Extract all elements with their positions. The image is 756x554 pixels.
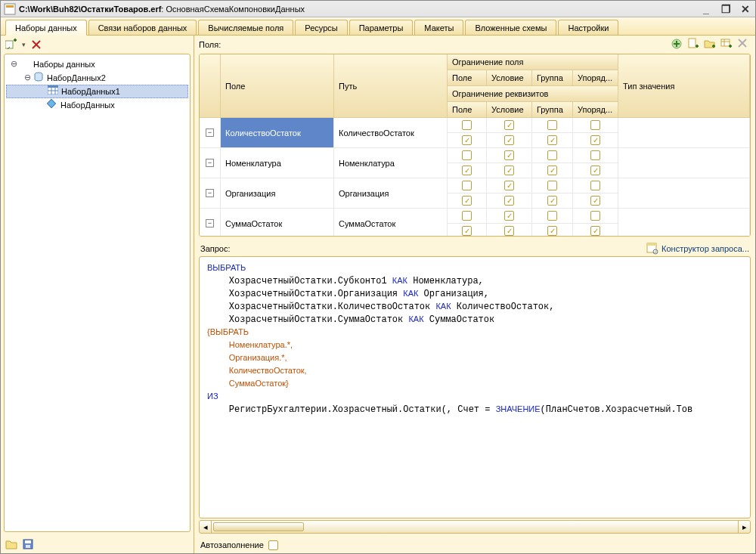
checkbox-cell[interactable] [487,148,532,163]
row-toggle[interactable]: − [200,178,221,209]
add-field-icon[interactable] [671,38,684,51]
checkbox-cell[interactable] [532,224,573,237]
checkbox-cell[interactable] [448,133,487,148]
checkbox-cell[interactable] [448,209,487,224]
query-label: Запрос: [200,244,231,253]
field-cell[interactable]: СуммаОстаток [221,209,334,237]
column-header[interactable] [200,54,221,118]
row-toggle[interactable]: − [200,148,221,178]
scroll-thumb[interactable] [213,522,304,531]
checkbox-cell[interactable] [573,224,618,237]
tree-item[interactable]: ⊖Наборы данных [6,57,188,71]
column-header[interactable]: Поле [221,54,334,118]
tab[interactable]: Настройки [558,20,618,35]
column-header[interactable]: Группа [532,102,573,118]
field-cell[interactable]: КоличествоОстаток [221,118,334,148]
checkbox-cell[interactable] [448,163,487,178]
tab[interactable]: Вложенные схемы [465,20,556,35]
column-header[interactable]: Упоряд... [573,70,618,86]
query-builder-icon[interactable] [646,243,658,255]
checkbox-cell[interactable] [487,178,532,193]
checkbox-cell[interactable] [487,209,532,224]
window-restore[interactable]: ❐ [719,4,733,14]
row-toggle[interactable]: − [200,118,221,148]
dropdown-arrow-icon[interactable]: ▾ [22,41,26,48]
checkbox-cell[interactable] [448,148,487,163]
row-toggle[interactable]: − [200,209,221,237]
tree-item[interactable]: НаборДанных1 [6,85,188,98]
tab[interactable]: Связи наборов данных [88,20,197,35]
checkbox-cell[interactable] [532,118,573,133]
column-header[interactable]: Путь [334,54,448,118]
column-header[interactable]: Условие [487,102,532,118]
column-header[interactable]: Условие [487,70,532,86]
tree-item[interactable]: НаборДанных [6,98,188,112]
add-doc-icon[interactable] [687,38,701,51]
checkbox-cell[interactable] [573,163,618,178]
svg-rect-16 [26,545,30,548]
delete-dataset-icon[interactable] [30,39,42,51]
dataset-tree[interactable]: ⊖Наборы данных⊖НаборДанных2НаборДанных1Н… [4,54,191,532]
save-icon[interactable] [22,538,34,550]
add-grid-icon[interactable] [720,38,734,51]
checkbox-cell[interactable] [532,193,573,209]
tab[interactable]: Макеты [414,20,463,35]
checkbox-cell[interactable] [532,148,573,163]
column-header[interactable]: Ограничение поля [448,54,618,70]
checkbox-cell[interactable] [487,193,532,209]
folder-icon[interactable] [5,538,17,550]
tab[interactable]: Вычисляемые поля [198,20,293,35]
autofill-checkbox[interactable] [268,540,278,550]
tab[interactable]: Наборы данных [5,20,87,36]
tab[interactable]: Ресурсы [295,20,347,35]
fields-label: Поля: [199,40,221,49]
delete-field-icon[interactable] [737,38,751,51]
type-cell[interactable] [618,148,750,178]
checkbox-cell[interactable] [573,178,618,193]
column-header[interactable]: Поле [448,70,487,86]
checkbox-cell[interactable] [573,193,618,209]
checkbox-cell[interactable] [448,178,487,193]
type-cell[interactable] [618,178,750,209]
path-cell[interactable]: СуммаОстаток [334,209,448,237]
checkbox-cell[interactable] [532,178,573,193]
checkbox-cell[interactable] [532,133,573,148]
query-editor[interactable]: ВЫБРАТЬ ХозрасчетныйОстатки.Субконто1 КА… [199,256,751,518]
scroll-right-icon[interactable]: ▸ [738,521,750,533]
tree-item[interactable]: ⊖НаборДанных2 [6,71,188,85]
add-folder-icon[interactable] [704,38,717,51]
path-cell[interactable]: КоличествоОстаток [334,118,448,148]
fields-grid[interactable]: ПолеПутьОграничение поляПолеУсловиеГрупп… [199,54,751,237]
checkbox-cell[interactable] [448,118,487,133]
type-cell[interactable] [618,209,750,237]
checkbox-cell[interactable] [532,163,573,178]
checkbox-cell[interactable] [573,209,618,224]
column-header[interactable]: Тип значения [618,54,750,118]
checkbox-cell[interactable] [448,193,487,209]
path-cell[interactable]: Организация [334,178,448,209]
checkbox-cell[interactable] [448,224,487,237]
column-header[interactable]: Ограничение реквизитов [448,86,618,102]
checkbox-cell[interactable] [573,133,618,148]
scroll-left-icon[interactable]: ◂ [200,521,212,533]
column-header[interactable]: Упоряд... [573,102,618,118]
path-cell[interactable]: Номенклатура [334,148,448,178]
type-cell[interactable] [618,118,750,148]
window-close[interactable]: ✕ [739,4,752,14]
checkbox-cell[interactable] [573,118,618,133]
column-header[interactable]: Группа [532,70,573,86]
tab[interactable]: Параметры [349,20,414,35]
checkbox-cell[interactable] [532,209,573,224]
checkbox-cell[interactable] [487,118,532,133]
checkbox-cell[interactable] [487,163,532,178]
field-cell[interactable]: Номенклатура [221,148,334,178]
checkbox-cell[interactable] [573,148,618,163]
column-header[interactable]: Поле [448,102,487,118]
query-builder-link[interactable]: Конструктор запроса... [662,244,749,253]
horizontal-scrollbar[interactable]: ◂ ▸ [199,520,751,534]
window-minimize[interactable]: _ [699,4,713,14]
field-cell[interactable]: Организация [221,178,334,209]
checkbox-cell[interactable] [487,133,532,148]
checkbox-cell[interactable] [487,224,532,237]
add-dataset-icon[interactable] [5,39,17,51]
